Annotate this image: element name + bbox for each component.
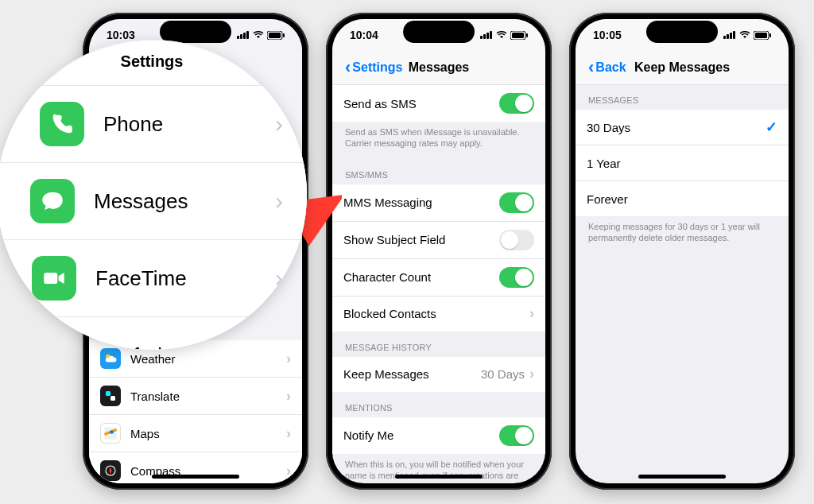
blocked-contacts-row[interactable]: Blocked Contacts › [332, 297, 545, 331]
svg-rect-0 [237, 36, 239, 39]
option-30days[interactable]: 30 Days ✓ [576, 110, 789, 145]
svg-rect-19 [490, 31, 492, 39]
facetime-icon [32, 256, 76, 300]
back-label: Back [595, 60, 626, 75]
svg-rect-22 [526, 33, 528, 37]
settings-compass-row[interactable]: Compass › [89, 452, 302, 483]
character-count-row: Character Count [332, 259, 545, 297]
svg-rect-29 [769, 33, 771, 37]
dynamic-island [646, 21, 718, 43]
chevron-left-icon: ‹ [345, 57, 351, 78]
section-header: SMS/MMS [332, 159, 545, 184]
maps-icon [100, 423, 121, 444]
settings-phone-row[interactable]: Phone › [0, 86, 307, 163]
svg-rect-17 [483, 34, 486, 39]
svg-point-10 [110, 430, 114, 434]
section-header: MENTIONS [332, 392, 545, 417]
status-indicators [237, 31, 285, 40]
row-label: Send as SMS [343, 97, 417, 110]
page-title: Messages [409, 60, 470, 75]
settings-row-label: FaceTime [95, 266, 187, 291]
settings-messages-row[interactable]: Messages › [0, 163, 307, 240]
status-indicators [480, 31, 528, 40]
footer-note: Keeping messages for 30 days or 1 year w… [576, 216, 789, 254]
svg-rect-16 [480, 36, 483, 39]
send-as-sms-row: Send as SMS [332, 85, 545, 122]
home-indicator [638, 475, 726, 479]
row-label: MMS Messaging [343, 196, 432, 209]
svg-rect-18 [486, 33, 489, 39]
chevron-left-icon: ‹ [588, 57, 594, 78]
page-title: Keep Messages [634, 60, 730, 75]
navbar: ‹ Settings Messages [332, 51, 545, 85]
subject-toggle[interactable] [499, 230, 534, 250]
svg-rect-2 [243, 33, 246, 39]
notify-me-row: Notify Me [332, 417, 545, 454]
chevron-right-icon: › [286, 463, 291, 479]
svg-point-14 [56, 345, 77, 350]
settings-row-label: Maps [130, 427, 160, 440]
svg-rect-24 [727, 34, 729, 39]
dynamic-island [403, 21, 475, 43]
settings-row-label: Weather [130, 352, 175, 366]
row-label: Blocked Contacts [343, 307, 436, 320]
status-time: 10:05 [593, 29, 622, 41]
chevron-right-icon: › [529, 366, 534, 382]
option-1year[interactable]: 1 Year [576, 145, 789, 181]
row-label: Keep Messages [343, 367, 429, 381]
translate-icon [100, 386, 121, 406]
messages-settings-list[interactable]: Send as SMS Send as SMS when iMessage is… [332, 84, 545, 483]
svg-rect-9 [110, 396, 115, 401]
settings-row-label: Messages [94, 189, 188, 214]
svg-rect-28 [755, 33, 767, 38]
svg-rect-26 [733, 31, 735, 39]
svg-rect-13 [44, 273, 57, 284]
chevron-right-icon: › [529, 305, 534, 322]
row-label: 1 Year [587, 157, 621, 170]
settings-row-label: Phone [103, 112, 163, 137]
navbar: ‹ Back Keep Messages [576, 51, 789, 85]
chevron-right-icon: › [275, 110, 283, 138]
svg-rect-8 [106, 391, 110, 396]
row-label: Forever [587, 192, 628, 206]
settings-translate-row[interactable]: Translate › [89, 378, 302, 415]
mms-toggle[interactable] [499, 192, 534, 213]
row-label: Show Subject Field [343, 233, 445, 246]
notify-toggle[interactable] [499, 425, 534, 446]
charcount-toggle[interactable] [499, 267, 534, 288]
send-as-sms-toggle[interactable] [499, 93, 534, 114]
chevron-right-icon: › [286, 425, 291, 442]
compass-icon [100, 460, 121, 481]
status-time: 10:03 [107, 29, 135, 41]
section-header: MESSAGES [576, 84, 789, 110]
status-time: 10:04 [350, 29, 378, 41]
row-label: 30 Days [587, 121, 630, 134]
footer-note: When this is on, you will be notified wh… [332, 454, 545, 483]
chevron-right-icon: › [286, 388, 291, 405]
show-subject-row: Show Subject Field [332, 222, 545, 259]
keep-messages-row[interactable]: Keep Messages 30 Days › [332, 357, 545, 392]
svg-rect-5 [269, 33, 281, 38]
weather-icon [100, 348, 121, 369]
svg-rect-25 [730, 33, 732, 39]
settings-maps-row[interactable]: Maps › [89, 415, 302, 452]
dynamic-island [160, 21, 231, 43]
phone-keep-messages: 10:05 ‹ Back Keep Messages MESSAGES [569, 13, 795, 490]
home-indicator [395, 475, 483, 479]
home-indicator [152, 475, 239, 479]
keep-messages-list[interactable]: MESSAGES 30 Days ✓ 1 Year Forever Keepin… [576, 84, 789, 483]
svg-rect-21 [512, 33, 524, 38]
option-forever[interactable]: Forever [576, 181, 789, 216]
chevron-right-icon: › [275, 188, 283, 215]
svg-rect-23 [723, 36, 726, 39]
section-header: MESSAGE HISTORY [332, 331, 545, 357]
back-label: Settings [352, 60, 402, 75]
svg-rect-6 [283, 33, 285, 37]
chevron-right-icon: › [286, 351, 291, 367]
back-button[interactable]: ‹ Back [583, 51, 631, 84]
svg-rect-1 [240, 34, 242, 39]
settings-row-label: Translate [130, 390, 180, 403]
phone-icon [40, 102, 84, 146]
row-value: 30 Days [481, 367, 525, 381]
back-button[interactable]: ‹ Settings [340, 51, 407, 84]
